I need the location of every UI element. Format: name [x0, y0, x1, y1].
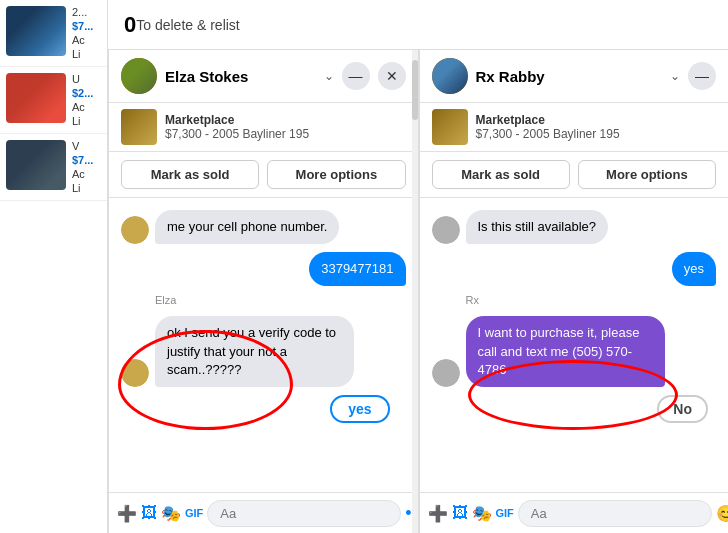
image-icon-elza[interactable]: 🖼 [141, 499, 157, 527]
sidebar-listing-tech[interactable]: V $7... Ac Li [0, 134, 107, 201]
plus-icon-elza[interactable]: ➕ [117, 499, 137, 527]
gif-icon-elza[interactable]: GIF [185, 499, 203, 527]
listing-meta2-3: Li [72, 182, 93, 194]
listing-info-2: U $2... Ac Li [72, 73, 93, 127]
scroll-thumb-elza [412, 60, 418, 120]
mark-as-sold-button-rx[interactable]: Mark as sold [432, 160, 570, 189]
chat-panel-rx: Rx Rabby ⌄ — Marketplace $7,300 - 2005 B… [419, 50, 729, 533]
sidebar-listing-bag[interactable]: U $2... Ac Li [0, 67, 107, 134]
msg-avatar-rx [432, 216, 460, 244]
avatar-img-small-rx-2 [432, 359, 460, 387]
listing-info-3: V $7... Ac Li [72, 140, 93, 194]
chat-input-field-elza[interactable] [207, 500, 401, 527]
sidebar-listing-boat[interactable]: 2... $7... Ac Li [0, 0, 107, 67]
msg-avatar-rx-2 [432, 359, 460, 387]
chevron-down-icon-rx[interactable]: ⌄ [670, 69, 680, 83]
marketplace-label-elza: Marketplace [165, 113, 309, 127]
listing-meta2: Li [72, 48, 93, 60]
main-container: 2... $7... Ac Li U $2... Ac Li V $7... A… [0, 0, 728, 533]
listing-price-2: $2... [72, 87, 93, 99]
listing-price-3: $7... [72, 154, 93, 166]
listing-thumbnail-bag [6, 73, 66, 123]
message-row-outgoing-1: 3379477181 [121, 252, 406, 286]
listing-info-rx: Marketplace $7,300 - 2005 Bayliner 195 [420, 103, 729, 152]
message-bubble-outgoing-1: 3379477181 [309, 252, 405, 286]
chat-input-bar-elza: ➕ 🖼 🎭 GIF • 😊 👍 [109, 492, 418, 533]
message-bubble-incoming-1: me your cell phone number. [155, 210, 339, 244]
sender-name-elza: Elza [155, 294, 406, 306]
message-row: me your cell phone number. [121, 210, 406, 244]
avatar-img-small-elza-2 [121, 359, 149, 387]
chat-name-rx: Rx Rabby [476, 68, 663, 85]
listing-info-elza: Marketplace $7,300 - 2005 Bayliner 195 [109, 103, 418, 152]
message-bubble-incoming-2: ok I send you a verify code to justify t… [155, 316, 354, 387]
minimize-button-elza[interactable]: — [342, 62, 370, 90]
no-badge-rx: No [657, 395, 708, 423]
marketplace-label-rx: Marketplace [476, 113, 620, 127]
top-bar: 0 To delete & relist [108, 0, 728, 50]
chat-header-elza: Elza Stokes ⌄ — ✕ [109, 50, 418, 103]
listing-thumbnail-tech [6, 140, 66, 190]
more-options-button-elza[interactable]: More options [267, 160, 405, 189]
listing-details-rx: Marketplace $7,300 - 2005 Bayliner 195 [476, 113, 620, 141]
image-icon-rx[interactable]: 🖼 [452, 499, 468, 527]
listing-thumb-elza [121, 109, 157, 145]
listing-title: 2... [72, 6, 93, 18]
emoji-icon-rx[interactable]: 😊 [716, 499, 728, 527]
chats-area: Elza Stokes ⌄ — ✕ Marketplace $7,300 - 2… [108, 50, 728, 533]
topbar-delete-relist: To delete & relist [136, 17, 240, 33]
minimize-button-rx[interactable]: — [688, 62, 716, 90]
message-row-rx-outgoing-1: yes [432, 252, 717, 286]
chat-panel-elza: Elza Stokes ⌄ — ✕ Marketplace $7,300 - 2… [108, 50, 418, 533]
listing-meta1-2: Ac [72, 101, 93, 113]
mark-as-sold-button-elza[interactable]: Mark as sold [121, 160, 259, 189]
msg-avatar-elza [121, 216, 149, 244]
gif-icon-rx[interactable]: GIF [496, 499, 514, 527]
listing-price-elza: $7,300 - 2005 Bayliner 195 [165, 127, 309, 141]
yes-badge-row: yes [121, 395, 406, 423]
listing-price: $7... [72, 20, 93, 32]
avatar-rx [432, 58, 468, 94]
listing-thumbnail-boat [6, 6, 66, 56]
message-bubble-rx-outgoing-1: yes [672, 252, 716, 286]
avatar-img-small-rx [432, 216, 460, 244]
chat-header-actions-elza: — ✕ [342, 62, 406, 90]
more-options-button-rx[interactable]: More options [578, 160, 716, 189]
action-buttons-rx: Mark as sold More options [420, 152, 729, 198]
no-badge-row: No [432, 395, 717, 423]
close-button-elza[interactable]: ✕ [378, 62, 406, 90]
message-row-rx-incoming-2: I want to purchase it, please call and t… [432, 316, 717, 387]
listing-price-rx: $7,300 - 2005 Bayliner 195 [476, 127, 620, 141]
message-row-rx-1: Is this still available? [432, 210, 717, 244]
listing-info: 2... $7... Ac Li [72, 6, 93, 60]
listing-title-3: V [72, 140, 93, 152]
scroll-indicator-elza[interactable] [412, 50, 418, 533]
chat-input-field-rx[interactable] [518, 500, 712, 527]
plus-icon-rx[interactable]: ➕ [428, 499, 448, 527]
topbar-number: 0 [124, 12, 136, 38]
avatar-img-small-elza [121, 216, 149, 244]
listing-thumb-rx [432, 109, 468, 145]
chevron-down-icon-elza[interactable]: ⌄ [324, 69, 334, 83]
chat-header-actions-rx: — [688, 62, 716, 90]
action-buttons-elza: Mark as sold More options [109, 152, 418, 198]
sidebar: 2... $7... Ac Li U $2... Ac Li V $7... A… [0, 0, 108, 533]
yes-badge-elza: yes [330, 395, 389, 423]
message-bubble-rx-incoming-1: Is this still available? [466, 210, 609, 244]
messages-area-elza: me your cell phone number. 3379477181 El… [109, 198, 418, 492]
sticker-icon-elza[interactable]: 🎭 [161, 499, 181, 527]
chat-name-elza: Elza Stokes [165, 68, 316, 85]
message-bubble-rx-purple: I want to purchase it, please call and t… [466, 316, 665, 387]
avatar-elza [121, 58, 157, 94]
messages-area-rx: Is this still available? yes Rx I want t… [420, 198, 729, 492]
listing-details-elza: Marketplace $7,300 - 2005 Bayliner 195 [165, 113, 309, 141]
chat-header-rx: Rx Rabby ⌄ — [420, 50, 729, 103]
sticker-icon-rx[interactable]: 🎭 [472, 499, 492, 527]
avatar-img-rx [432, 58, 468, 94]
listing-meta2-2: Li [72, 115, 93, 127]
msg-avatar-elza-2 [121, 359, 149, 387]
listing-meta1: Ac [72, 34, 93, 46]
listing-title-2: U [72, 73, 93, 85]
message-row-incoming-2: ok I send you a verify code to justify t… [121, 316, 406, 387]
sender-name-rx: Rx [466, 294, 717, 306]
